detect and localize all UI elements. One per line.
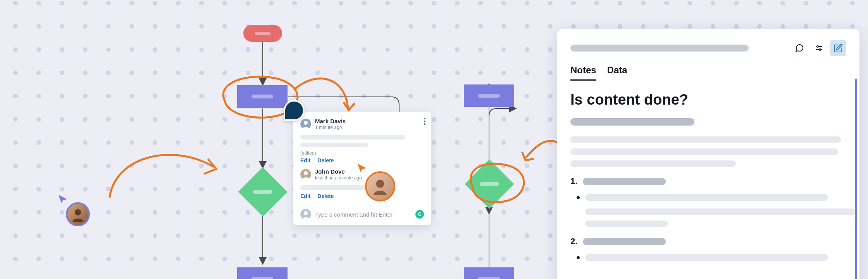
comment-timestamp: 1 minute ago — [315, 125, 346, 130]
comment-delete-button[interactable]: Delete — [317, 193, 334, 199]
sliders-icon[interactable] — [811, 40, 827, 56]
content-placeholder — [570, 160, 736, 167]
content-placeholder — [570, 148, 838, 155]
comment-author: Mark Davis — [315, 118, 346, 124]
notes-panel: Notes Data Is content done? 1. 2. — [557, 29, 859, 279]
grammarly-icon: G — [415, 210, 424, 219]
content-placeholder — [570, 136, 841, 143]
ordered-list-item: 1. — [570, 176, 846, 186]
process-node-left-2[interactable] — [237, 267, 288, 279]
bullet-icon — [577, 256, 580, 259]
comment-item: John Dove less than a minute ago Edit De… — [300, 168, 424, 199]
comment-author: John Dove — [315, 168, 362, 175]
comment-edited-label: (edited) — [300, 150, 424, 156]
terminator-node[interactable] — [243, 25, 282, 42]
scrollbar[interactable] — [855, 79, 857, 279]
comment-input[interactable] — [315, 211, 412, 218]
bullet-list-item — [570, 194, 846, 201]
comment-input-row: G — [300, 204, 424, 220]
comment-edit-button[interactable]: Edit — [300, 193, 310, 199]
bullet-list-item — [570, 254, 846, 261]
comment-item: Mark Davis 1 minute ago (edited) Edit De… — [300, 118, 424, 164]
svg-point-9 — [304, 171, 308, 175]
tab-data[interactable]: Data — [607, 65, 627, 81]
svg-point-11 — [304, 211, 308, 215]
content-placeholder — [585, 220, 668, 227]
comment-edit-button[interactable]: Edit — [300, 157, 310, 164]
chat-icon[interactable] — [791, 40, 808, 56]
comment-menu-button[interactable] — [424, 118, 425, 125]
process-node-left-1[interactable] — [237, 85, 288, 108]
content-placeholder — [585, 208, 856, 215]
panel-header-placeholder — [570, 45, 749, 52]
comment-timestamp: less than a minute ago — [315, 175, 362, 181]
panel-heading: Is content done? — [570, 91, 846, 108]
ordered-list-item: 2. — [570, 236, 846, 246]
process-node-right-2[interactable] — [464, 267, 514, 279]
process-node-right-1[interactable] — [464, 84, 514, 107]
bullet-icon — [577, 196, 580, 199]
list-marker: 1. — [570, 176, 577, 186]
comment-thread-card: Mark Davis 1 minute ago (edited) Edit De… — [293, 112, 431, 225]
panel-tabs: Notes Data — [570, 65, 846, 81]
edit-note-icon[interactable] — [830, 40, 846, 56]
comment-pin-icon[interactable] — [284, 100, 305, 121]
tab-notes[interactable]: Notes — [570, 65, 596, 81]
svg-point-19 — [819, 49, 821, 50]
svg-point-7 — [304, 121, 308, 125]
content-placeholder — [570, 118, 694, 126]
avatar — [300, 209, 311, 220]
avatar — [300, 169, 311, 180]
svg-point-18 — [817, 46, 818, 47]
avatar — [300, 119, 311, 129]
comment-delete-button[interactable]: Delete — [317, 157, 334, 164]
list-marker: 2. — [570, 236, 577, 246]
